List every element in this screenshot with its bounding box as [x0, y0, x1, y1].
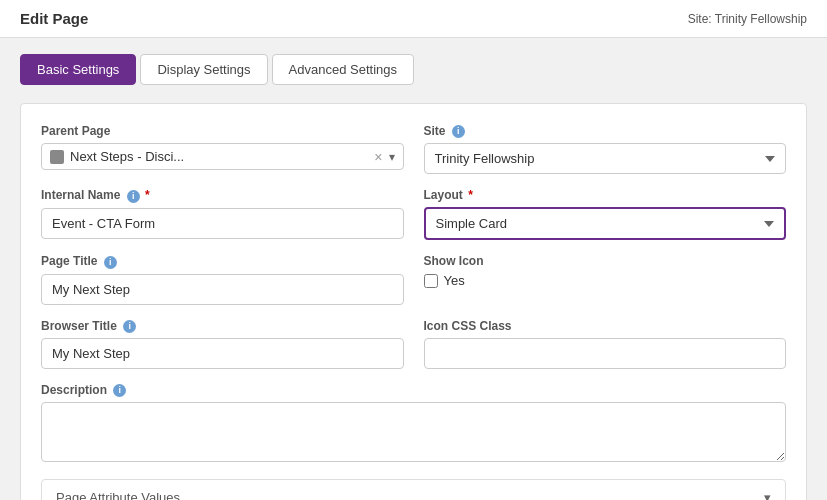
parent-page-input[interactable]: Next Steps - Disci... × ▾ — [41, 143, 404, 170]
layout-select[interactable]: Simple Card — [424, 207, 787, 240]
parent-page-text: Next Steps - Disci... — [70, 149, 368, 164]
page-attribute-values-accordion[interactable]: Page Attribute Values ▾ — [41, 479, 786, 500]
page-title-label: Page Title i — [41, 254, 404, 268]
page-title-info-icon: i — [104, 256, 117, 269]
browser-title-col: Browser Title i — [41, 319, 404, 369]
form-container: Parent Page Next Steps - Disci... × ▾ Si… — [20, 103, 807, 500]
internal-name-required: * — [145, 188, 150, 202]
parent-page-clear-button[interactable]: × — [374, 150, 382, 164]
layout-required: * — [468, 188, 473, 202]
internal-name-input[interactable] — [41, 208, 404, 239]
page-title: Edit Page — [20, 10, 88, 27]
tabs-container: Basic Settings Display Settings Advanced… — [20, 54, 807, 85]
page-icon — [50, 150, 64, 164]
browser-title-info-icon: i — [123, 320, 136, 333]
main-content: Basic Settings Display Settings Advanced… — [0, 38, 827, 500]
form-row-1: Parent Page Next Steps - Disci... × ▾ Si… — [41, 124, 786, 174]
show-icon-checkbox[interactable] — [424, 274, 438, 288]
tab-basic-settings[interactable]: Basic Settings — [20, 54, 136, 85]
parent-page-col: Parent Page Next Steps - Disci... × ▾ — [41, 124, 404, 174]
description-info-icon: i — [113, 384, 126, 397]
internal-name-col: Internal Name i * — [41, 188, 404, 240]
show-icon-yes-label: Yes — [444, 273, 465, 288]
layout-col: Layout * Simple Card — [424, 188, 787, 240]
tab-display-settings[interactable]: Display Settings — [140, 54, 267, 85]
form-row-5: Description i — [41, 383, 786, 465]
icon-css-class-label: Icon CSS Class — [424, 319, 787, 333]
show-icon-label: Show Icon — [424, 254, 787, 268]
site-info-icon: i — [452, 125, 465, 138]
tab-advanced-settings[interactable]: Advanced Settings — [272, 54, 414, 85]
show-icon-row: Yes — [424, 273, 787, 288]
icon-css-class-input[interactable] — [424, 338, 787, 369]
description-col: Description i — [41, 383, 786, 465]
top-bar: Edit Page Site: Trinity Fellowship — [0, 0, 827, 38]
site-label: Site i — [424, 124, 787, 138]
accordion-label: Page Attribute Values — [56, 490, 180, 500]
browser-title-input[interactable] — [41, 338, 404, 369]
description-textarea[interactable] — [41, 402, 786, 462]
layout-label: Layout * — [424, 188, 787, 202]
description-label: Description i — [41, 383, 786, 397]
page-title-col: Page Title i — [41, 254, 404, 304]
form-row-3: Page Title i Show Icon Yes — [41, 254, 786, 304]
show-icon-col: Show Icon Yes — [424, 254, 787, 304]
internal-name-info-icon: i — [127, 190, 140, 203]
form-row-4: Browser Title i Icon CSS Class — [41, 319, 786, 369]
icon-css-class-col: Icon CSS Class — [424, 319, 787, 369]
site-col: Site i Trinity Fellowship — [424, 124, 787, 174]
form-row-2: Internal Name i * Layout * Simple Card — [41, 188, 786, 240]
parent-page-label: Parent Page — [41, 124, 404, 138]
parent-page-arrow-icon[interactable]: ▾ — [389, 150, 395, 164]
internal-name-label: Internal Name i * — [41, 188, 404, 202]
accordion-arrow-icon: ▾ — [764, 490, 771, 500]
site-select[interactable]: Trinity Fellowship — [424, 143, 787, 174]
site-info: Site: Trinity Fellowship — [688, 12, 807, 26]
page-wrapper: Edit Page Site: Trinity Fellowship Basic… — [0, 0, 827, 500]
page-title-input[interactable] — [41, 274, 404, 305]
browser-title-label: Browser Title i — [41, 319, 404, 333]
